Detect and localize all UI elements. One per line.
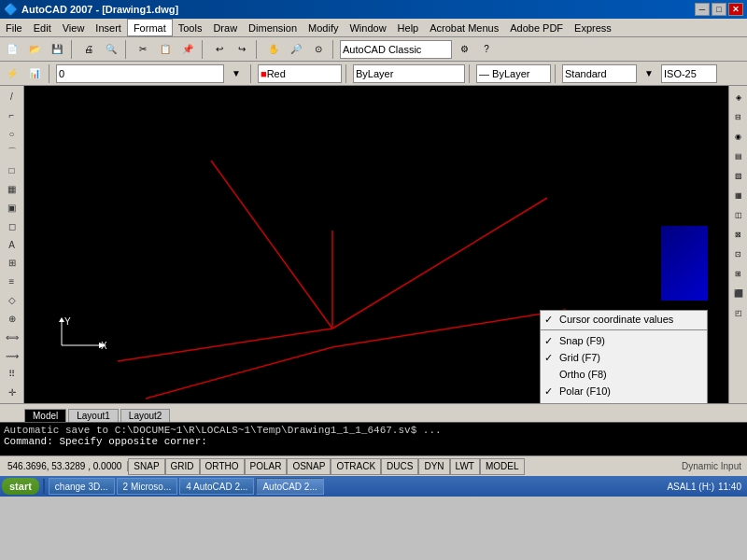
cut-button[interactable]: ✂ (133, 39, 153, 60)
rt-btn4[interactable]: ▤ (731, 147, 746, 165)
minimize-button[interactable]: ─ (695, 3, 710, 16)
polar-button[interactable]: POLAR (245, 458, 288, 475)
workspace-icon[interactable]: ⚙ (454, 39, 474, 60)
hatch-tool[interactable]: ▦ (3, 180, 21, 198)
taskbar-item-1[interactable]: change 3D... (49, 478, 115, 495)
print-preview-button[interactable]: 🔍 (101, 39, 121, 60)
dyn-button[interactable]: DYN (418, 458, 449, 475)
paste-button[interactable]: 📌 (177, 39, 198, 60)
erase-tool[interactable]: ◇ (3, 291, 21, 309)
ctx-polar[interactable]: Polar (F10) (541, 383, 707, 399)
tab-model[interactable]: Model (24, 409, 66, 422)
menu-help[interactable]: Help (392, 19, 425, 36)
menu-insert[interactable]: Insert (90, 19, 127, 36)
help-button[interactable]: ? (476, 39, 497, 60)
model-button[interactable]: MODEL (480, 458, 525, 475)
standard-arrow[interactable]: ▼ (639, 63, 659, 84)
menu-express[interactable]: Express (569, 19, 617, 36)
region-tool[interactable]: ◻ (3, 217, 21, 235)
layer-state-button[interactable]: 📊 (24, 63, 45, 84)
move-tool[interactable]: ✛ (3, 384, 21, 401)
rt-btn9[interactable]: ⊡ (731, 245, 746, 263)
copy-button[interactable]: 📋 (155, 39, 176, 60)
rt-btn3[interactable]: ◉ (731, 127, 746, 146)
rt-btn10[interactable]: ⊞ (731, 264, 746, 283)
tab-layout1[interactable]: Layout1 (68, 409, 119, 422)
rt-btn8[interactable]: ⊠ (731, 225, 746, 244)
taskbar-item-4[interactable]: AutoCAD 2... (256, 478, 323, 495)
iso-dropdown[interactable]: ISO-25 (661, 64, 717, 83)
close-button[interactable]: ✕ (728, 3, 743, 16)
rt-btn12[interactable]: ◰ (731, 303, 746, 322)
layer-list-btn[interactable]: ▼ (226, 63, 247, 84)
rt-btn7[interactable]: ◫ (731, 205, 746, 224)
menu-dimension[interactable]: Dimension (243, 19, 303, 36)
array-tool[interactable]: ⠿ (3, 365, 21, 383)
rt-btn11[interactable]: ⬛ (731, 284, 746, 302)
right-toolbar: ◈ ⊟ ◉ ▤ ▧ ▦ ◫ ⊠ ⊡ ⊞ ⬛ ◰ (728, 86, 747, 403)
zoom-button[interactable]: 🔎 (286, 39, 306, 60)
open-button[interactable]: 📂 (24, 39, 45, 60)
rt-btn1[interactable]: ◈ (731, 88, 746, 106)
new-button[interactable]: 📄 (2, 39, 22, 60)
rt-btn2[interactable]: ⊟ (731, 107, 746, 126)
ducs-button[interactable]: DUCS (381, 458, 418, 475)
menu-view[interactable]: View (57, 19, 91, 36)
line-tool[interactable]: / (3, 88, 21, 105)
dynamic-input-label: Dynamic Input (682, 461, 745, 471)
print-button[interactable]: 🖨 (78, 39, 99, 60)
taskbar-item-2[interactable]: 2 Microso... (117, 478, 178, 495)
osnap-button[interactable]: OSNAP (287, 458, 331, 475)
zoom-prev-button[interactable]: ⊙ (308, 39, 329, 60)
taskbar-item-3[interactable]: 4 AutoCAD 2... (179, 478, 254, 495)
rt-btn5[interactable]: ▧ (731, 166, 746, 185)
menu-modify[interactable]: Modify (303, 19, 344, 36)
maximize-button[interactable]: □ (712, 3, 726, 16)
tab-layout2[interactable]: Layout2 (120, 409, 171, 422)
standard-dropdown[interactable]: Standard (562, 64, 637, 83)
lwt-button[interactable]: LWT (450, 458, 480, 475)
polyline-tool[interactable]: ⌐ (3, 106, 21, 124)
mirror-tool[interactable]: ⟺ (3, 329, 21, 346)
drawing-area[interactable]: X Y Cursor coordinate values Snap (F9) G… (24, 86, 728, 403)
ctx-grid[interactable]: Grid (F7) (541, 349, 707, 366)
snap-button[interactable]: SNAP (128, 458, 164, 475)
pan-button[interactable]: ✋ (263, 39, 284, 60)
linetype-dropdown[interactable]: ByLayer (353, 64, 465, 83)
rt-btn6[interactable]: ▦ (731, 186, 746, 204)
menu-adobepdf[interactable]: Adobe PDF (504, 19, 569, 36)
ctx-ortho[interactable]: Ortho (F8) (541, 366, 707, 383)
ortho-button[interactable]: ORTHO (200, 458, 245, 475)
workspace-dropdown[interactable]: AutoCAD Classic (340, 40, 452, 59)
text-tool[interactable]: A (3, 236, 21, 254)
layer-manager-button[interactable]: ⚡ (2, 63, 22, 84)
menu-edit[interactable]: Edit (28, 19, 57, 36)
redo-button[interactable]: ↪ (232, 39, 252, 60)
ctx-osnap[interactable]: OSnap (F3) (541, 399, 707, 403)
copy-obj-tool[interactable]: ⊕ (3, 310, 21, 328)
grid-button[interactable]: GRID (165, 458, 200, 475)
menu-draw[interactable]: Draw (207, 19, 243, 36)
offset-tool[interactable]: ⟿ (3, 347, 21, 365)
circle-tool[interactable]: ○ (3, 125, 21, 143)
attdef-tool[interactable]: ≡ (3, 273, 21, 290)
menu-format[interactable]: Format (127, 19, 173, 36)
layer-dropdown[interactable]: 0 (56, 64, 224, 83)
menu-window[interactable]: Window (344, 19, 391, 36)
start-button[interactable]: start (2, 478, 39, 495)
insert-tool[interactable]: ⊞ (3, 254, 21, 272)
undo-button[interactable]: ↩ (209, 39, 230, 60)
save-button[interactable]: 💾 (47, 39, 67, 60)
title-bar-buttons: ─ □ ✕ (695, 3, 743, 16)
color-dropdown[interactable]: ■ Red (258, 64, 342, 83)
rectangle-tool[interactable]: □ (3, 161, 21, 179)
menu-tools[interactable]: Tools (173, 19, 208, 36)
ctx-cursor-coords[interactable]: Cursor coordinate values (541, 311, 707, 328)
otrack-button[interactable]: OTRACK (331, 458, 381, 475)
menu-acrobat[interactable]: Acrobat Menus (424, 19, 504, 36)
arc-tool[interactable]: ⌒ (3, 143, 21, 161)
gradient-tool[interactable]: ▣ (3, 199, 21, 217)
ctx-snap[interactable]: Snap (F9) (541, 332, 707, 349)
menu-file[interactable]: File (0, 19, 28, 36)
lineweight-dropdown[interactable]: — ByLayer (476, 64, 551, 83)
